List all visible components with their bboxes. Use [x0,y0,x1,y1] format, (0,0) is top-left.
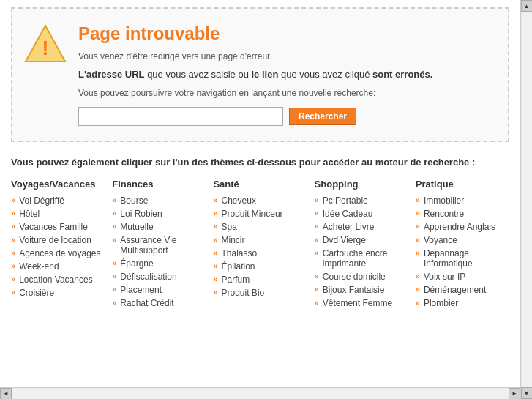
theme-link[interactable]: »Spa [213,222,307,232]
list-item[interactable]: »Location Vacances [11,275,105,285]
theme-link[interactable]: »Dépannage Informatique [416,248,509,269]
theme-link[interactable]: »Voyance [416,235,509,245]
list-item[interactable]: »Déménagement [416,285,509,295]
scroll-right-button[interactable]: ► [509,388,520,400]
list-item[interactable]: »Vacances Famille [11,222,105,232]
arrow-icon: » [213,275,217,283]
list-item[interactable]: »Plombier [416,298,509,308]
theme-link[interactable]: »Hôtel [11,209,105,219]
list-item[interactable]: »Cartouche encre imprimante [315,248,408,269]
theme-link[interactable]: »Bijoux Fantaisie [315,285,408,295]
list-item[interactable]: »Apprendre Anglais [416,222,509,232]
theme-link[interactable]: »Agences de voyages [11,248,105,258]
theme-link[interactable]: »Loi Robien [112,209,206,219]
list-item[interactable]: »Hôtel [11,209,105,219]
theme-link[interactable]: »Produit Bio [213,288,307,298]
list-item[interactable]: »Pc Portable [315,195,408,206]
scroll-left-button[interactable]: ◄ [0,388,12,400]
list-item[interactable]: »Vol Dégriffé [11,195,105,206]
theme-link[interactable]: »Produit Minceur [213,209,307,219]
list-item[interactable]: »Défiscalisation [112,272,206,282]
error-subtitle: Vous venez d'être redirigé vers une page… [78,50,432,63]
theme-link[interactable]: »Rencontre [416,209,509,219]
theme-col-pratique: Pratique »Immobilier »Rencontre »Apprend… [416,179,509,311]
theme-link[interactable]: »Déménagement [416,285,509,295]
list-item[interactable]: »Dépannage Informatique [416,248,509,269]
arrow-icon: » [416,222,420,231]
horizontal-scrollbar[interactable]: ◄ ► [0,387,520,399]
list-item[interactable]: »Assurance Vie Multisupport [112,235,206,256]
theme-link[interactable]: »Apprendre Anglais [416,222,509,232]
list-item[interactable]: »Agences de voyages [11,248,105,258]
list-item[interactable]: »Bijoux Fantaisie [315,285,408,295]
list-item[interactable]: »Croisière [11,288,105,298]
list-item[interactable]: »Produit Bio [213,288,307,298]
list-item[interactable]: »Spa [213,222,307,232]
scroll-track[interactable] [522,12,532,387]
arrow-icon: » [315,195,319,204]
list-item[interactable]: »Mincir [213,235,307,245]
theme-link[interactable]: »Idée Cadeau [315,209,408,219]
theme-link[interactable]: »Parfum [213,275,307,285]
theme-link[interactable]: »Cartouche encre imprimante [315,248,408,269]
theme-link[interactable]: »Placement [112,285,206,295]
theme-link[interactable]: »Vêtement Femme [315,298,408,308]
list-item[interactable]: »Course domicile [315,272,408,282]
theme-link[interactable]: »Bourse [112,195,206,206]
list-item[interactable]: »Cheveux [213,195,307,206]
list-item[interactable]: »Placement [112,285,206,295]
search-input[interactable] [78,107,283,126]
theme-link[interactable]: »Vol Dégriffé [11,195,105,206]
list-item[interactable]: »Idée Cadeau [315,209,408,219]
list-item[interactable]: »Voyance [416,235,509,245]
theme-link[interactable]: »Mutuelle [112,222,206,232]
theme-link[interactable]: »Mincir [213,235,307,245]
list-item[interactable]: »Rencontre [416,209,509,219]
theme-link[interactable]: »Voiture de location [11,235,105,245]
list-item[interactable]: »Thalasso [213,248,307,258]
search-button[interactable]: Rechercher [289,108,356,125]
theme-link[interactable]: »Épargne [112,258,206,269]
theme-link[interactable]: »Course domicile [315,272,408,282]
arrow-icon: » [11,235,15,244]
arrow-icon: » [11,275,15,283]
theme-link[interactable]: »Dvd Vierge [315,235,408,245]
list-item[interactable]: »Loi Robien [112,209,206,219]
scroll-down-button[interactable]: ▼ [521,387,533,399]
list-item[interactable]: »Épargne [112,258,206,269]
arrow-icon: » [11,222,15,231]
list-item[interactable]: »Rachat Crédit [112,298,206,308]
list-item[interactable]: »Mutuelle [112,222,206,232]
theme-link[interactable]: »Thalasso [213,248,307,258]
arrow-icon: » [11,209,15,217]
theme-link[interactable]: »Plombier [416,298,509,308]
theme-link[interactable]: »Pc Portable [315,195,408,206]
theme-link[interactable]: »Immobilier [416,195,509,206]
list-item[interactable]: »Vêtement Femme [315,298,408,308]
list-item[interactable]: »Produit Minceur [213,209,307,219]
theme-link[interactable]: »Assurance Vie Multisupport [112,235,206,256]
theme-link[interactable]: »Vacances Famille [11,222,105,232]
vertical-scrollbar[interactable]: ▲ ▼ [520,0,532,399]
list-item[interactable]: »Acheter Livre [315,222,408,232]
list-item[interactable]: »Dvd Vierge [315,235,408,245]
theme-link[interactable]: »Défiscalisation [112,272,206,282]
theme-link[interactable]: »Voix sur IP [416,272,509,282]
list-item[interactable]: »Voiture de location [11,235,105,245]
list-item[interactable]: »Parfum [213,275,307,285]
scroll-up-button[interactable]: ▲ [521,0,533,12]
theme-link[interactable]: »Épilation [213,261,307,272]
list-item[interactable]: »Bourse [112,195,206,206]
list-item[interactable]: »Week-end [11,261,105,272]
list-item[interactable]: »Épilation [213,261,307,272]
theme-link[interactable]: »Croisière [11,288,105,298]
theme-link[interactable]: »Location Vacances [11,275,105,285]
list-item[interactable]: »Voix sur IP [416,272,509,282]
theme-link[interactable]: »Rachat Crédit [112,298,206,308]
theme-link[interactable]: »Week-end [11,261,105,272]
theme-link[interactable]: »Cheveux [213,195,307,206]
horizontal-scroll-track[interactable] [12,389,509,399]
svg-text:!: ! [42,37,48,59]
theme-link[interactable]: »Acheter Livre [315,222,408,232]
list-item[interactable]: »Immobilier [416,195,509,206]
